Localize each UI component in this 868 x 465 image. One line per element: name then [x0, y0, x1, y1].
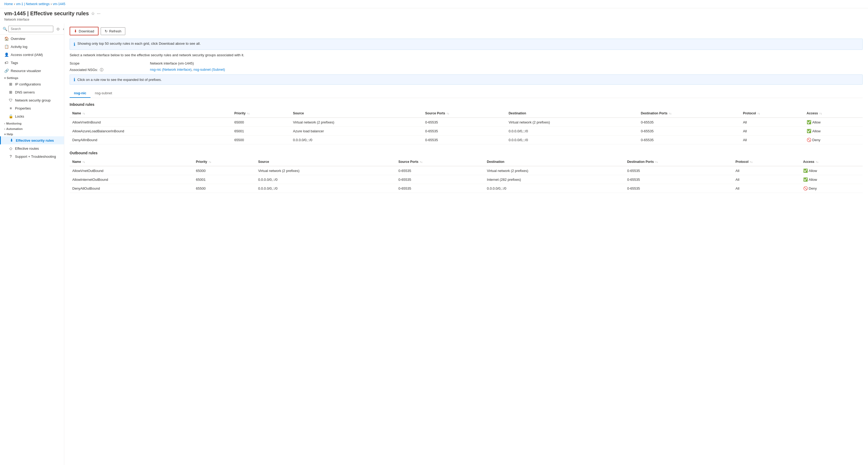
tab-nsg-nic[interactable]: nsg-nic: [70, 89, 91, 98]
outbound-row-priority: 65500: [193, 184, 255, 193]
inbound-row-destination: 0.0.0.0/0,::/0: [506, 127, 638, 136]
col-destination-ports-inbound[interactable]: Destination Ports ↑↓: [638, 109, 740, 118]
inbound-row-access: ✅ Allow: [804, 118, 863, 127]
sidebar-item-locks[interactable]: 🔒 Locks: [0, 112, 64, 120]
inbound-row-access: 🚫 Deny: [804, 136, 863, 144]
help-section-label: Help: [7, 133, 13, 136]
download-button[interactable]: ⬇ Download: [70, 27, 98, 35]
inbound-row-name: DenyAllInBound: [70, 136, 231, 144]
tab-nsg-subnet[interactable]: nsg-subnet: [91, 89, 116, 98]
breadcrumb-home[interactable]: Home: [4, 2, 13, 6]
outbound-table-row[interactable]: DenyAllOutBound 65500 0.0.0.0/0,::/0 0-6…: [70, 184, 863, 193]
toolbar: ⬇ Download ↻ Refresh: [70, 27, 863, 35]
ip-config-icon: ⊞: [8, 82, 13, 86]
download-label: Download: [79, 29, 94, 33]
breadcrumb-vm1445[interactable]: vm-1445: [53, 2, 65, 6]
col-priority-outbound[interactable]: Priority ↑↓: [193, 158, 255, 166]
col-destination-inbound[interactable]: Destination: [506, 109, 638, 118]
sidebar-item-dns-servers[interactable]: ⊞ DNS servers: [0, 88, 64, 96]
sidebar-collapse-button[interactable]: «: [62, 26, 64, 32]
sidebar-item-effective-routes[interactable]: ◇ Effective routes: [0, 144, 64, 152]
inbound-rules-table: Name ↑↓ Priority ↑↓ Source Source Ports …: [70, 109, 863, 144]
col-source-inbound[interactable]: Source: [290, 109, 423, 118]
col-destination-outbound[interactable]: Destination: [484, 158, 625, 166]
col-source-ports-outbound[interactable]: Source Ports ↑↓: [396, 158, 484, 166]
sidebar-item-overview[interactable]: 🏠 Overview: [0, 34, 64, 42]
outbound-table-header: Name ↑↓ Priority ↑↓ Source Source Ports …: [70, 158, 863, 166]
monitoring-section-label: Monitoring: [6, 122, 22, 125]
col-protocol-outbound[interactable]: Protocol ↑↓: [733, 158, 800, 166]
settings-section[interactable]: ▾ Settings: [0, 75, 64, 80]
sidebar-item-access-control[interactable]: 👤 Access control (IAM): [0, 51, 64, 59]
nsg-subnet-link[interactable]: nsg-subnet (Subnet): [193, 67, 225, 71]
info-banner-text: Showing only top 50 security rules in ea…: [78, 41, 200, 46]
sidebar-filter-button[interactable]: ⊙: [55, 26, 61, 32]
deny-icon: 🚫: [803, 186, 808, 191]
monitoring-section[interactable]: › Monitoring: [0, 120, 64, 126]
outbound-row-destination-ports: 0-65535: [624, 184, 733, 193]
page-subtitle: Network interface: [0, 18, 868, 24]
col-protocol-inbound[interactable]: Protocol ↑↓: [740, 109, 804, 118]
automation-section[interactable]: › Automation: [0, 126, 64, 131]
outbound-row-destination: Virtual network (2 prefixes): [484, 166, 625, 175]
inbound-row-priority: 65000: [231, 118, 290, 127]
sidebar-item-access-control-label: Access control (IAM): [11, 53, 43, 57]
outbound-rules-table: Name ↑↓ Priority ↑↓ Source Source Ports …: [70, 158, 863, 193]
col-name-outbound[interactable]: Name ↑↓: [70, 158, 193, 166]
sidebar: 🔍 ⊙ « 🏠 Overview 📋 Activity log 👤 Access…: [0, 24, 64, 465]
help-section[interactable]: ▾ Help: [0, 131, 64, 136]
inbound-table-row[interactable]: DenyAllInBound 65500 0.0.0.0/0,::/0 0-65…: [70, 136, 863, 144]
scope-row: Scope Network interface (vm-1445): [70, 61, 863, 65]
refresh-button[interactable]: ↻ Refresh: [101, 27, 126, 35]
inbound-row-protocol: All: [740, 136, 804, 144]
col-priority-inbound[interactable]: Priority ↑↓: [231, 109, 290, 118]
sidebar-item-tags[interactable]: 🏷 Tags: [0, 59, 64, 67]
sidebar-item-support-troubleshooting[interactable]: ? Support + Troubleshooting: [0, 152, 64, 161]
search-input[interactable]: [8, 26, 53, 32]
sidebar-item-properties[interactable]: ≡ Properties: [0, 104, 64, 112]
inbound-row-name: AllowVnetInBound: [70, 118, 231, 127]
deny-icon: 🚫: [807, 138, 811, 142]
associated-nsgs-value: nsg-nic (Network interface), nsg-subnet …: [150, 67, 225, 72]
nsg-nic-link[interactable]: nsg-nic (Network interface): [150, 67, 191, 71]
inbound-row-source-ports: 0-65535: [423, 136, 506, 144]
properties-icon: ≡: [8, 106, 13, 110]
col-access-inbound[interactable]: Access ↑↓: [804, 109, 863, 118]
outbound-row-access: ✅ Allow: [801, 166, 863, 175]
overview-icon: 🏠: [4, 36, 8, 41]
sidebar-item-nsg-label: Network security group: [15, 98, 51, 102]
more-options-icon[interactable]: ···: [97, 11, 100, 16]
sidebar-controls: ⊙ «: [54, 26, 64, 32]
sidebar-item-activity-log[interactable]: 📋 Activity log: [0, 42, 64, 51]
outbound-row-source: 0.0.0.0/0,::/0: [255, 175, 396, 184]
sidebar-item-overview-label: Overview: [11, 37, 25, 41]
outbound-row-name: DenyAllOutBound: [70, 184, 193, 193]
outbound-row-source: Virtual network (2 prefixes): [255, 166, 396, 175]
sidebar-item-ip-configurations[interactable]: ⊞ IP configurations: [0, 80, 64, 88]
allow-icon: ✅: [803, 177, 808, 182]
sidebar-item-resource-visualizer[interactable]: 🔗 Resource visualizer: [0, 67, 64, 75]
inbound-table-row[interactable]: AllowAzureLoadBalancerInBound 65001 Azur…: [70, 127, 863, 136]
allow-icon: ✅: [803, 169, 808, 173]
associated-nsgs-label: Associated NSGs: ⓘ: [70, 67, 150, 72]
sidebar-item-effective-security-rules[interactable]: ⬇ Effective security rules: [0, 136, 64, 144]
allow-icon: ✅: [807, 120, 811, 124]
click-hint-banner: ℹ Click on a rule row to see the expande…: [70, 75, 863, 85]
breadcrumb-network-settings[interactable]: vm-1 | Network settings: [16, 2, 50, 6]
col-destination-ports-outbound[interactable]: Destination Ports ↑↓: [624, 158, 733, 166]
sidebar-item-network-security-group[interactable]: 🛡 Network security group: [0, 96, 64, 104]
access-control-icon: 👤: [4, 53, 8, 57]
col-source-ports-inbound[interactable]: Source Ports ↑↓: [423, 109, 506, 118]
inbound-table-row[interactable]: AllowVnetInBound 65000 Virtual network (…: [70, 118, 863, 127]
inbound-row-priority: 65500: [231, 136, 290, 144]
inbound-table-header: Name ↑↓ Priority ↑↓ Source Source Ports …: [70, 109, 863, 118]
outbound-table-row[interactable]: AllowInternetOutBound 65001 0.0.0.0/0,::…: [70, 175, 863, 184]
favorite-icon[interactable]: ☆: [91, 11, 95, 16]
outbound-table-row[interactable]: AllowVnetOutBound 65000 Virtual network …: [70, 166, 863, 175]
nsg-tabs: nsg-nic nsg-subnet: [70, 89, 863, 98]
col-name-inbound[interactable]: Name ↑↓: [70, 109, 231, 118]
outbound-row-access: ✅ Allow: [801, 175, 863, 184]
outbound-row-source-ports: 0-65535: [396, 175, 484, 184]
col-source-outbound[interactable]: Source: [255, 158, 396, 166]
col-access-outbound[interactable]: Access ↑↓: [801, 158, 863, 166]
